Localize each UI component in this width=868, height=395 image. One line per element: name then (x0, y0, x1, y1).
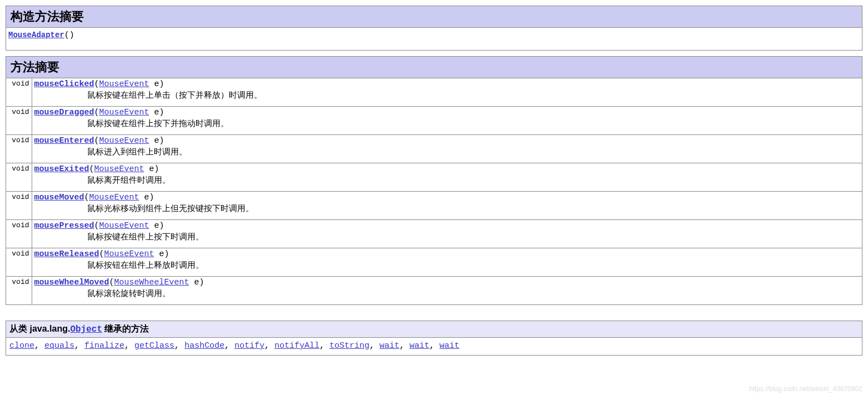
param-type-link[interactable]: MouseEvent (104, 249, 154, 259)
return-type: void (6, 248, 32, 277)
method-signature: mouseReleased(MouseEvent e) (34, 249, 860, 259)
inherited-prefix: 从类 java.lang. (9, 324, 70, 333)
inherited-method-link[interactable]: toString (329, 341, 369, 351)
param-name: e (149, 221, 159, 231)
method-description: 鼠标光标移动到组件上但无按键按下时调用。 (34, 202, 860, 214)
paren-open: ( (84, 193, 89, 202)
inherited-suffix: 继承的方法 (102, 324, 149, 333)
method-name-link[interactable]: mouseMoved (34, 193, 84, 202)
inherited-method-link[interactable]: wait (379, 341, 399, 351)
separator: , (264, 341, 274, 351)
separator: , (399, 341, 409, 351)
paren-open: ( (89, 164, 94, 174)
method-row: voidmouseWheelMoved(MouseWheelEvent e)鼠标… (6, 277, 862, 305)
param-name: e (154, 249, 164, 259)
separator: , (74, 341, 84, 351)
inherited-method-link[interactable]: getClass (134, 341, 174, 351)
paren-open: ( (94, 221, 99, 231)
method-cell: mouseDragged(MouseEvent e)鼠标按键在组件上按下并拖动时… (32, 107, 862, 135)
method-cell: mouseReleased(MouseEvent e)鼠标按钮在组件上释放时调用… (32, 248, 862, 277)
method-description: 鼠标离开组件时调用。 (34, 174, 860, 186)
method-name-link[interactable]: mouseReleased (34, 249, 99, 259)
method-description: 鼠标进入到组件上时调用。 (34, 146, 860, 157)
method-cell: mouseWheelMoved(MouseWheelEvent e)鼠标滚轮旋转… (32, 277, 862, 305)
method-name-link[interactable]: mouseDragged (34, 108, 94, 117)
paren-close: ) (159, 108, 164, 117)
param-type-link[interactable]: MouseEvent (99, 108, 149, 117)
method-row: voidmouseReleased(MouseEvent e)鼠标按钮在组件上释… (6, 248, 862, 277)
method-cell: mouseClicked(MouseEvent e)鼠标按键在组件上单击（按下并… (32, 78, 862, 107)
param-type-link[interactable]: MouseEvent (94, 164, 144, 174)
method-summary-section: 方法摘要 voidmouseClicked(MouseEvent e)鼠标按键在… (6, 56, 862, 305)
param-name: e (144, 164, 154, 174)
method-name-link[interactable]: mouseEntered (34, 136, 94, 146)
method-row: voidmouseEntered(MouseEvent e)鼠标进入到组件上时调… (6, 135, 862, 163)
paren-close: ) (149, 193, 154, 202)
separator: , (369, 341, 379, 351)
method-name-link[interactable]: mouseClicked (34, 79, 94, 89)
method-row: voidmouseMoved(MouseEvent e)鼠标光标移动到组件上但无… (6, 192, 862, 220)
param-type-link[interactable]: MouseWheelEvent (114, 278, 189, 287)
paren-close: ) (159, 221, 164, 231)
separator: , (224, 341, 234, 351)
inherited-section: 从类 java.lang.Object 继承的方法 clone, equals,… (6, 321, 862, 356)
param-type-link[interactable]: MouseEvent (99, 221, 149, 231)
paren-open: ( (99, 249, 104, 259)
inherited-method-link[interactable]: notifyAll (274, 341, 319, 351)
method-signature: mouseClicked(MouseEvent e) (34, 79, 860, 89)
inherited-method-link[interactable]: wait (409, 341, 429, 351)
method-row: voidmouseClicked(MouseEvent e)鼠标按键在组件上单击… (6, 78, 862, 107)
return-type: void (6, 107, 32, 135)
method-row: voidmouseExited(MouseEvent e)鼠标离开组件时调用。 (6, 163, 862, 192)
separator: , (124, 341, 134, 351)
paren-close: ) (199, 278, 204, 287)
method-signature: mouseMoved(MouseEvent e) (34, 193, 860, 202)
separator: , (429, 341, 439, 351)
param-type-link[interactable]: MouseEvent (89, 193, 139, 202)
inherited-method-link[interactable]: notify (234, 341, 264, 351)
inherited-method-link[interactable]: hashCode (184, 341, 224, 351)
method-row: voidmouseDragged(MouseEvent e)鼠标按键在组件上按下… (6, 107, 862, 135)
paren-open: ( (94, 79, 99, 89)
constructor-link[interactable]: MouseAdapter (8, 31, 64, 39)
constructor-summary-title: 构造方法摘要 (6, 6, 862, 28)
method-signature: mouseDragged(MouseEvent e) (34, 108, 860, 117)
method-name-link[interactable]: mouseWheelMoved (34, 278, 109, 287)
method-signature: mouseExited(MouseEvent e) (34, 164, 860, 174)
method-signature: mouseEntered(MouseEvent e) (34, 136, 860, 146)
param-name: e (149, 79, 159, 89)
inherited-class-link[interactable]: Object (70, 324, 102, 334)
method-description: 鼠标按键在组件上单击（按下并释放）时调用。 (34, 89, 860, 101)
method-description: 鼠标滚轮旋转时调用。 (34, 287, 860, 299)
separator: , (34, 341, 44, 351)
param-type-link[interactable]: MouseEvent (99, 136, 149, 146)
paren-close: ) (164, 249, 169, 259)
paren-open: ( (109, 278, 114, 287)
method-signature: mousePressed(MouseEvent e) (34, 221, 860, 231)
inherited-method-link[interactable]: equals (44, 341, 74, 351)
constructor-parens: () (64, 31, 74, 40)
method-cell: mouseEntered(MouseEvent e)鼠标进入到组件上时调用。 (32, 135, 862, 163)
inherited-method-link[interactable]: finalize (84, 341, 124, 351)
param-type-link[interactable]: MouseEvent (99, 79, 149, 89)
param-name: e (149, 136, 159, 146)
paren-close: ) (154, 164, 159, 174)
paren-close: ) (159, 136, 164, 146)
method-cell: mouseMoved(MouseEvent e)鼠标光标移动到组件上但无按键按下… (32, 192, 862, 220)
method-description: 鼠标按键在组件上按下并拖动时调用。 (34, 117, 860, 129)
method-row: voidmousePressed(MouseEvent e)鼠标按键在组件上按下… (6, 220, 862, 248)
param-name: e (139, 193, 149, 202)
method-summary-title: 方法摘要 (6, 57, 862, 78)
paren-open: ( (94, 136, 99, 146)
return-type: void (6, 163, 32, 192)
inherited-method-link[interactable]: clone (9, 341, 34, 351)
method-name-link[interactable]: mousePressed (34, 221, 94, 231)
paren-open: ( (94, 108, 99, 117)
method-name-link[interactable]: mouseExited (34, 164, 89, 174)
param-name: e (189, 278, 199, 287)
inherited-method-link[interactable]: wait (439, 341, 459, 351)
separator: , (174, 341, 184, 351)
method-description: 鼠标按钮在组件上释放时调用。 (34, 259, 860, 271)
return-type: void (6, 135, 32, 163)
separator: , (319, 341, 329, 351)
